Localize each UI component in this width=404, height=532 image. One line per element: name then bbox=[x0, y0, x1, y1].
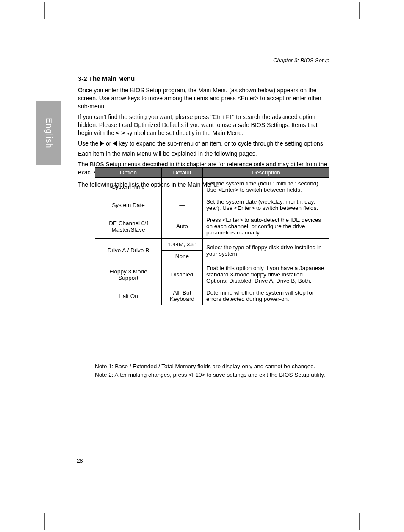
cell-desc: Select the type of floppy disk drive ins… bbox=[203, 239, 329, 262]
left-triangle-icon bbox=[113, 141, 117, 146]
col-desc: Description bbox=[203, 168, 329, 178]
footer-rule bbox=[77, 454, 329, 454]
paragraph: Use the or key to expand the sub-menu of… bbox=[78, 140, 329, 148]
options-table: Option Default Description System Time —… bbox=[95, 167, 329, 305]
cell-default: Disabled bbox=[162, 262, 203, 287]
cell-default: 1.44M, 3.5" bbox=[162, 239, 203, 251]
page-number: 28 bbox=[77, 458, 83, 464]
section-heading: 3-2 The Main Menu bbox=[78, 74, 329, 83]
header-section-title: Chapter 3: BIOS Setup bbox=[77, 57, 329, 63]
cell-desc: Determine whether the system will stop f… bbox=[203, 287, 329, 305]
cell-option: Halt On bbox=[95, 287, 162, 305]
crop-mark bbox=[359, 2, 360, 19]
table-row: System Date — Set the system date (weekd… bbox=[95, 196, 329, 214]
table-row: IDE Channel 0/1 Master/Slave Auto Press … bbox=[95, 214, 329, 239]
right-triangle-icon bbox=[100, 141, 104, 146]
cell-default: — bbox=[162, 196, 203, 214]
table-row: System Time — Set the system time (hour … bbox=[95, 178, 329, 196]
paragraph: If you can't find the setting you want, … bbox=[78, 113, 329, 137]
crop-mark bbox=[2, 491, 19, 491]
cell-default: None bbox=[162, 251, 203, 262]
cell-option: IDE Channel 0/1 Master/Slave bbox=[95, 214, 162, 239]
col-default: Default bbox=[162, 168, 203, 178]
cell-option: System Time bbox=[95, 178, 162, 196]
table-row: Floppy 3 Mode Support Disabled Enable th… bbox=[95, 262, 329, 287]
col-option: Option bbox=[95, 168, 162, 178]
cell-desc: Set the system time (hour : minute : sec… bbox=[203, 178, 329, 196]
cell-desc: Press <Enter> to auto-detect the IDE dev… bbox=[203, 214, 329, 239]
cell-desc: Enable this option only if you have a Ja… bbox=[203, 262, 329, 287]
crop-mark bbox=[385, 41, 402, 41]
cell-option: System Date bbox=[95, 196, 162, 214]
crop-mark bbox=[2, 41, 19, 41]
cell-default: Auto bbox=[162, 214, 203, 239]
header-rule bbox=[77, 65, 329, 65]
table-header-row: Option Default Description bbox=[95, 168, 329, 178]
paragraph: Each item in the Main Menu will be expla… bbox=[78, 150, 329, 158]
cell-desc: Set the system date (weekday, month, day… bbox=[203, 196, 329, 214]
footnote: Note 1: Base / Extended / Total Memory f… bbox=[95, 363, 329, 369]
footnote: Note 2: After making changes, press <F10… bbox=[95, 372, 329, 378]
cell-option: Floppy 3 Mode Support bbox=[95, 262, 162, 287]
crop-mark bbox=[385, 491, 402, 491]
paragraph: Once you enter the BIOS Setup program, t… bbox=[78, 86, 329, 110]
crop-mark bbox=[44, 513, 45, 530]
table-row: Halt On All, But Keyboard Determine whet… bbox=[95, 287, 329, 305]
cell-option: Drive A / Drive B bbox=[95, 239, 162, 262]
crop-mark bbox=[44, 2, 45, 19]
cell-default: All, But Keyboard bbox=[162, 287, 203, 305]
language-tab: English bbox=[36, 101, 61, 165]
language-tab-label: English bbox=[44, 118, 54, 149]
crop-mark bbox=[359, 513, 360, 530]
table-row: Drive A / Drive B 1.44M, 3.5" Select the… bbox=[95, 239, 329, 251]
cell-default: — bbox=[162, 178, 203, 196]
